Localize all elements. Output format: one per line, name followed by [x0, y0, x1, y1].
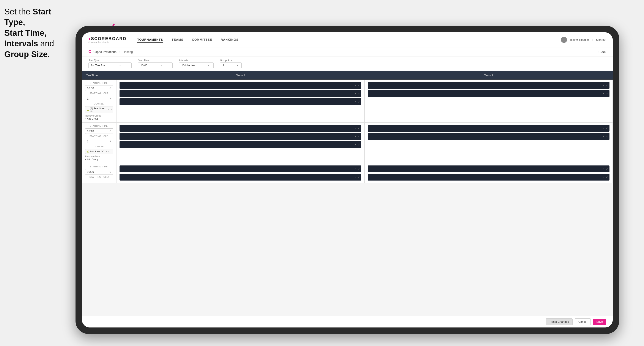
tournament-name: Clippd Invitational: [94, 50, 117, 54]
remove-group-btn-1[interactable]: Remove Group: [85, 114, 113, 117]
player-x-5-2[interactable]: ✕: [354, 176, 356, 178]
nav-bar: ■ SCOREBOARD Powered by clipp.io TOURNAM…: [82, 32, 613, 47]
player-expand-5-1[interactable]: ⤢: [358, 168, 360, 171]
sign-out-link[interactable]: Sign out: [596, 38, 606, 41]
intervals-value: 10 Minutes: [182, 64, 195, 67]
main-content: STARTING TIME: 10:00 ⊙ STARTING HOLE: 1 …: [82, 80, 613, 316]
start-type-select[interactable]: 1st Tee Start ▾: [88, 62, 132, 68]
starting-hole-input-1[interactable]: 1 ⬍: [85, 96, 113, 101]
team1-col-2: ✕ ⤢ ✕ ⤢ ✕ ⤢: [116, 123, 364, 163]
group-size-group: Group Size 3 ▾: [220, 59, 242, 68]
player-expand-1-2[interactable]: ⤢: [358, 92, 360, 95]
course-tag-1: ⛳ (A) Peachtree GC ✕ ▾: [85, 106, 113, 113]
save-button[interactable]: Save: [593, 319, 606, 325]
group-left-3: STARTING TIME: 10:20 ⊙ STARTING HOLE:: [82, 163, 116, 183]
player-expand-3-2[interactable]: ⤢: [358, 135, 360, 138]
starting-time-input-1[interactable]: 10:00 ⊙: [85, 86, 113, 91]
starting-hole-label-1: STARTING HOLE:: [85, 92, 113, 95]
player-row-3-2: ✕ ⤢: [120, 133, 361, 140]
player-expand-2-1[interactable]: ⤢: [606, 84, 608, 87]
player-x-2-2[interactable]: ✕: [602, 92, 604, 95]
start-time-select[interactable]: 10:00 ⊙: [138, 62, 172, 68]
nav-tab-rankings[interactable]: RANKINGS: [221, 37, 238, 43]
intervals-group: Intervals 10 Minutes ▾: [179, 59, 214, 68]
player-x-1-2[interactable]: ✕: [354, 92, 356, 95]
starting-hole-input-2[interactable]: 1 ⬍: [85, 139, 113, 144]
player-expand-1-1[interactable]: ⤢: [358, 84, 360, 87]
player-expand-3-e[interactable]: ⤢: [358, 143, 360, 146]
sub-header: C Clippd Invitational › Hosting ‹ Back: [82, 47, 613, 56]
player-x-6-1[interactable]: ✕: [602, 168, 604, 171]
starting-time-input-2[interactable]: 10:10 ⊙: [85, 128, 113, 134]
cancel-button[interactable]: Cancel: [575, 319, 591, 325]
player-row-6-1: ✕ ⤢: [368, 166, 610, 172]
player-x-3-e[interactable]: ✕: [354, 143, 356, 146]
player-expand-4-2[interactable]: ⤢: [606, 135, 608, 138]
player-x-6-2[interactable]: ✕: [602, 176, 604, 178]
course-remove-x-1[interactable]: ✕: [108, 108, 110, 111]
tablet-frame: ■ SCOREBOARD Powered by clipp.io TOURNAM…: [76, 26, 619, 334]
group-size-select[interactable]: 3 ▾: [220, 62, 242, 68]
player-expand-3-1[interactable]: ⤢: [358, 127, 360, 130]
player-row-4-1: ✕ ⤢: [368, 125, 610, 132]
player-row-3-1: ✕ ⤢: [120, 125, 361, 132]
nav-tab-teams[interactable]: TEAMS: [172, 37, 184, 43]
course-icon-1: ⛳: [86, 109, 89, 111]
footer-bar: Reset Changes Cancel Save: [82, 316, 613, 328]
start-time-value: 10:00: [140, 64, 148, 67]
player-x-4-2[interactable]: ✕: [602, 135, 604, 138]
player-expand-4-1[interactable]: ⤢: [606, 127, 608, 130]
start-time-group: Start Time 10:00 ⊙: [138, 59, 172, 68]
hole-chevron-2: ⬍: [110, 140, 111, 143]
course-remove-x-2[interactable]: ✕: [105, 150, 108, 153]
player-x-1-1[interactable]: ✕: [354, 84, 356, 87]
player-expand-2-2[interactable]: ⤢: [606, 92, 608, 95]
clock-icon-3: ⊙: [110, 171, 111, 173]
course-chevron-1: ▾: [111, 109, 112, 111]
player-expand-5-2[interactable]: ⤢: [358, 176, 360, 178]
tablet-screen: ■ SCOREBOARD Powered by clipp.io TOURNAM…: [82, 32, 613, 328]
player-expand-6-1[interactable]: ⤢: [606, 168, 608, 171]
add-group-btn-2[interactable]: + Add Group: [85, 158, 113, 161]
instruction-line1: Set the Start Type,Start Time,Intervals …: [4, 7, 54, 59]
group-row-1: STARTING TIME: 10:00 ⊙ STARTING HOLE: 1 …: [82, 80, 613, 123]
player-x-1-e[interactable]: ✕: [354, 100, 356, 103]
player-expand-6-2[interactable]: ⤢: [606, 176, 608, 178]
back-button[interactable]: ‹ Back: [598, 50, 606, 54]
time-chevron-icon: ⊙: [160, 64, 162, 67]
player-row-5-1: ✕ ⤢: [120, 166, 361, 172]
starting-hole-label-3: STARTING HOLE:: [85, 176, 113, 178]
player-x-2-1[interactable]: ✕: [602, 84, 604, 87]
player-row-1-extra: ✕ ⤢: [120, 98, 361, 105]
nav-tab-tournaments[interactable]: TOURNAMENTS: [137, 37, 163, 43]
player-row-5-2: ✕ ⤢: [120, 174, 361, 180]
settings-row: Start Type 1st Tee Start ▾ Start Time 10…: [82, 56, 613, 71]
team1-col-1: ✕ ⤢ ✕ ⤢ ✕ ⤢: [116, 80, 364, 122]
add-group-btn-1[interactable]: + Add Group: [85, 117, 113, 120]
logo-text: SCOREBOARD: [91, 36, 126, 41]
player-x-5-1[interactable]: ✕: [354, 168, 356, 171]
player-row-1-1: ✕ ⤢: [120, 82, 361, 89]
intervals-select[interactable]: 10 Minutes ▾: [179, 62, 214, 68]
group-left-1: STARTING TIME: 10:00 ⊙ STARTING HOLE: 1 …: [82, 80, 116, 122]
starting-time-input-3[interactable]: 10:20 ⊙: [85, 169, 113, 174]
course-icon-2: ⛳: [86, 150, 89, 153]
starting-time-label-3: STARTING TIME:: [85, 166, 113, 168]
group-size-value: 3: [222, 64, 224, 67]
player-row-2-2: ✕ ⤢: [368, 90, 610, 97]
col-team1: Team 1: [116, 71, 364, 79]
remove-group-btn-2[interactable]: Remove Group: [85, 155, 113, 158]
nav-tab-committee[interactable]: COMMITTEE: [192, 37, 212, 43]
player-x-4-1[interactable]: ✕: [602, 127, 604, 130]
player-row-1-2: ✕ ⤢: [120, 90, 361, 97]
clock-icon-2: ⊙: [110, 130, 111, 133]
player-x-3-2[interactable]: ✕: [354, 135, 356, 138]
player-expand-1-e[interactable]: ⤢: [358, 100, 360, 103]
player-row-3-extra: ✕ ⤢: [120, 141, 361, 148]
nav-right: blair@clippd.io | Sign out: [561, 37, 606, 43]
starting-time-label-2: STARTING TIME:: [85, 125, 113, 127]
course-name-2: East Lake GC: [90, 150, 104, 153]
reset-changes-button[interactable]: Reset Changes: [546, 319, 572, 325]
player-x-3-1[interactable]: ✕: [354, 127, 356, 130]
intervals-label: Intervals: [179, 59, 214, 62]
